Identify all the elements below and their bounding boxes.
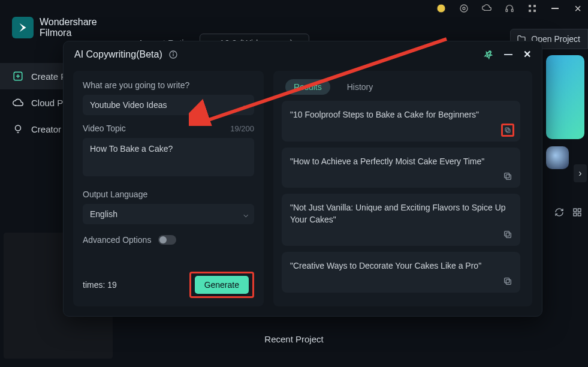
template-thumbnail[interactable] [546, 55, 584, 139]
result-item: "10 Foolproof Steps to Bake a Cake for B… [282, 101, 520, 142]
svg-rect-23 [505, 128, 509, 131]
pin-icon[interactable] [482, 48, 495, 61]
svg-rect-29 [505, 278, 509, 283]
results-panel: Results History "10 Foolproof Steps to B… [273, 71, 532, 306]
headset-icon[interactable] [504, 3, 515, 14]
copy-icon[interactable] [501, 124, 514, 137]
app-name: Wondershare Filmora [40, 17, 97, 38]
info-icon[interactable] [168, 50, 178, 59]
plus-square-icon [12, 70, 24, 82]
svg-point-13 [16, 125, 21, 131]
window-topbar: × [436, 0, 588, 17]
svg-rect-8 [533, 10, 536, 12]
write-type-select[interactable]: Youtube Video Ideas [83, 95, 254, 115]
svg-point-1 [460, 5, 468, 12]
tab-results[interactable]: Results [285, 79, 330, 95]
premium-icon[interactable] [436, 3, 447, 14]
lang-label: Output Language [83, 189, 254, 199]
cloud-sync-icon[interactable] [481, 3, 492, 14]
scroll-right-button[interactable]: › [574, 164, 587, 182]
svg-rect-6 [533, 5, 536, 7]
app-logo: Wondershare Filmora [12, 17, 97, 38]
recent-project-label: Recent Project [0, 334, 588, 344]
svg-rect-22 [506, 129, 510, 133]
cloud-icon [12, 97, 24, 109]
topic-textarea[interactable]: How To Bake a Cake? [83, 138, 254, 176]
svg-rect-15 [574, 209, 577, 212]
svg-point-0 [437, 4, 445, 13]
modal-minimize-button[interactable] [504, 54, 512, 55]
language-select[interactable]: English [83, 204, 254, 224]
copy-icon[interactable] [501, 228, 514, 241]
tab-history[interactable]: History [339, 79, 382, 95]
svg-rect-3 [506, 9, 508, 11]
svg-rect-24 [506, 175, 511, 180]
advanced-options-label: Advanced Options [83, 235, 151, 245]
settings-gear-icon[interactable] [459, 3, 469, 14]
svg-rect-26 [506, 233, 511, 238]
result-item: "How to Achieve a Perfectly Moist Cake E… [282, 148, 520, 188]
results-list[interactable]: "10 Foolproof Steps to Bake a Cake for B… [282, 101, 524, 298]
svg-point-2 [463, 7, 465, 10]
generate-button[interactable]: Generate [195, 276, 249, 294]
modal-close-button[interactable]: ✕ [523, 49, 531, 60]
window-close-icon[interactable]: × [572, 3, 583, 14]
svg-marker-9 [20, 23, 26, 32]
window-minimize-icon[interactable] [550, 3, 560, 14]
copy-icon[interactable] [501, 275, 514, 288]
svg-rect-16 [578, 209, 581, 212]
lightbulb-icon [12, 123, 24, 135]
modal-header: AI Copywriting(Beta) ✕ [64, 41, 542, 67]
svg-rect-17 [574, 213, 577, 216]
svg-rect-28 [506, 279, 511, 284]
times-remaining: times: 19 [83, 280, 117, 290]
apps-grid-icon[interactable] [527, 3, 538, 14]
modal-title: AI Copywriting(Beta) [74, 49, 162, 60]
advanced-toggle[interactable] [158, 235, 176, 245]
result-item: "Not Just Vanilla: Unique and Exciting F… [282, 194, 520, 246]
svg-rect-25 [505, 173, 509, 178]
svg-rect-5 [529, 5, 531, 7]
filmora-logo-icon [12, 17, 34, 38]
refresh-icon[interactable] [554, 207, 565, 218]
generate-highlight: Generate [189, 272, 254, 298]
char-count: 19/200 [230, 124, 254, 133]
ai-copywriting-modal: AI Copywriting(Beta) ✕ What are you goin… [63, 41, 542, 317]
right-rail: › [542, 55, 588, 259]
result-item: "Creative Ways to Decorate Your Cakes Li… [282, 252, 520, 293]
grid-view-icon[interactable] [572, 207, 583, 218]
topic-label: Video Topic [83, 124, 126, 133]
template-thumbnail-small[interactable] [546, 146, 569, 169]
svg-rect-4 [511, 9, 513, 11]
svg-rect-7 [529, 10, 531, 12]
input-panel: What are you going to write? Youtube Vid… [73, 71, 264, 306]
svg-rect-18 [578, 213, 581, 216]
svg-point-21 [173, 52, 173, 53]
copy-icon[interactable] [501, 170, 514, 183]
svg-rect-27 [505, 231, 509, 236]
write-type-label: What are you going to write? [83, 80, 254, 90]
